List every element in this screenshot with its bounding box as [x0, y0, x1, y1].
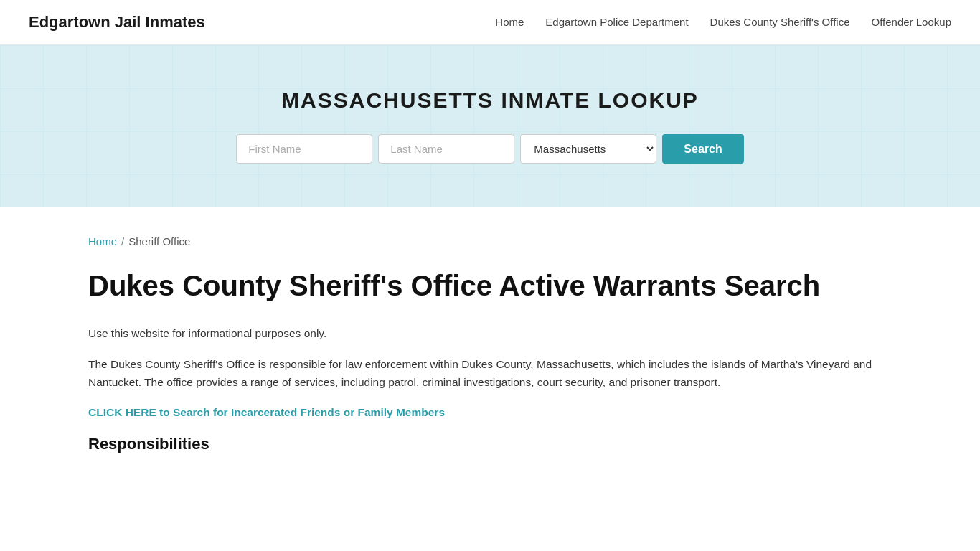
navbar-nav: Home Edgartown Police Department Dukes C… — [495, 16, 951, 29]
breadcrumb-current: Sheriff Office — [128, 235, 190, 248]
hero-section: MASSACHUSETTS INMATE LOOKUP Massachusett… — [0, 45, 980, 207]
nav-link-home[interactable]: Home — [495, 16, 524, 28]
search-form: Massachusetts Search — [14, 134, 966, 164]
navbar: Edgartown Jail Inmates Home Edgartown Po… — [0, 0, 980, 45]
nav-item-police[interactable]: Edgartown Police Department — [545, 16, 688, 29]
nav-item-home[interactable]: Home — [495, 16, 524, 29]
last-name-input[interactable] — [378, 134, 514, 164]
nav-link-offender[interactable]: Offender Lookup — [872, 16, 951, 28]
breadcrumb-separator: / — [121, 235, 124, 248]
content-section: Use this website for informational purpo… — [88, 325, 892, 453]
info-disclaimer: Use this website for informational purpo… — [88, 325, 892, 343]
search-button[interactable]: Search — [662, 134, 743, 164]
state-select[interactable]: Massachusetts — [520, 134, 656, 164]
nav-link-police[interactable]: Edgartown Police Department — [545, 16, 688, 28]
page-title: Dukes County Sheriff's Office Active War… — [88, 268, 892, 303]
first-name-input[interactable] — [236, 134, 372, 164]
navbar-brand[interactable]: Edgartown Jail Inmates — [29, 13, 205, 32]
breadcrumb: Home / Sheriff Office — [88, 235, 892, 248]
hero-title: MASSACHUSETTS INMATE LOOKUP — [14, 88, 966, 113]
nav-item-offender[interactable]: Offender Lookup — [872, 16, 951, 29]
nav-link-sheriff[interactable]: Dukes County Sheriff's Office — [710, 16, 850, 28]
nav-item-sheriff[interactable]: Dukes County Sheriff's Office — [710, 16, 850, 29]
responsibilities-heading: Responsibilities — [88, 435, 892, 453]
main-content: Home / Sheriff Office Dukes County Sheri… — [60, 207, 920, 496]
info-description: The Dukes County Sheriff's Office is res… — [88, 356, 892, 392]
breadcrumb-home[interactable]: Home — [88, 235, 117, 248]
cta-paragraph: CLICK HERE to Search for Incarcerated Fr… — [88, 404, 892, 422]
cta-link[interactable]: CLICK HERE to Search for Incarcerated Fr… — [88, 406, 445, 418]
